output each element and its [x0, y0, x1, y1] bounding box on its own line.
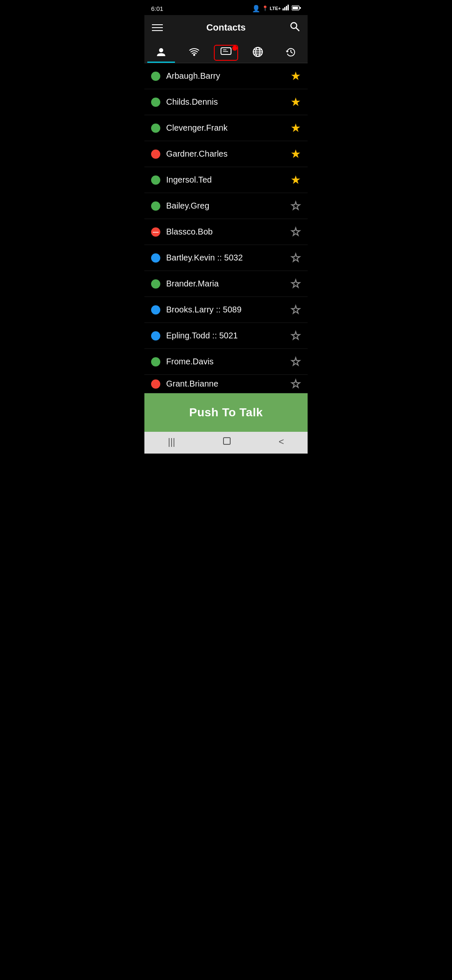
- svg-rect-5: [293, 7, 298, 9]
- tab-globe[interactable]: [244, 43, 272, 62]
- search-button[interactable]: [289, 21, 300, 34]
- svg-rect-1: [284, 7, 285, 10]
- star-button[interactable]: ★: [290, 147, 301, 161]
- star-button[interactable]: ☆: [290, 303, 301, 317]
- nav-home[interactable]: [222, 436, 231, 448]
- star-button[interactable]: ☆: [290, 199, 301, 213]
- list-item[interactable]: Blassco.Bob ☆: [144, 219, 308, 245]
- list-item[interactable]: Arbaugh.Barry ★: [144, 63, 308, 89]
- list-item[interactable]: Frome.Davis ☆: [144, 349, 308, 375]
- star-button[interactable]: ★: [290, 121, 301, 135]
- svg-point-7: [291, 23, 297, 28]
- contact-name: Brooks.Larry :: 5089: [166, 305, 290, 315]
- svg-rect-0: [282, 8, 284, 10]
- list-item[interactable]: Ingersol.Ted ★: [144, 167, 308, 193]
- globe-icon: [252, 46, 263, 59]
- contact-name: Arbaugh.Barry: [166, 71, 290, 81]
- contact-name: Clevenger.Frank: [166, 123, 290, 133]
- star-button[interactable]: ☆: [290, 277, 301, 291]
- list-item[interactable]: Brander.Maria ☆: [144, 271, 308, 297]
- push-to-talk-label: Push To Talk: [189, 406, 263, 419]
- status-indicator: [151, 150, 160, 159]
- contact-name: Epling.Todd :: 5021: [166, 331, 290, 340]
- location-icon: 📍: [262, 5, 268, 11]
- svg-rect-6: [300, 7, 301, 9]
- tab-chat[interactable]: [214, 45, 238, 61]
- status-time: 6:01: [151, 5, 163, 12]
- status-indicator: [151, 305, 160, 315]
- list-item[interactable]: Bartley.Kevin :: 5032 ☆: [144, 245, 308, 271]
- status-indicator: [151, 253, 160, 263]
- contact-list: Arbaugh.Barry ★ Childs.Dennis ★ Clevenge…: [144, 63, 308, 393]
- list-item[interactable]: Brooks.Larry :: 5089 ☆: [144, 297, 308, 323]
- nav-back[interactable]: <: [279, 436, 284, 447]
- status-bar: 6:01 👤 📍 LTE+: [144, 0, 308, 15]
- list-item[interactable]: Clevenger.Frank ★: [144, 115, 308, 141]
- person-status-icon: 👤: [252, 5, 260, 13]
- lte-icon: LTE+: [270, 6, 281, 11]
- status-indicator: [151, 124, 160, 133]
- contact-name: Grant.Brianne: [166, 379, 290, 389]
- svg-rect-3: [288, 5, 289, 10]
- contact-name: Brander.Maria: [166, 279, 290, 289]
- nav-bar: ||| <: [144, 432, 308, 454]
- signal-icon: [282, 5, 290, 12]
- status-indicator: [151, 201, 160, 211]
- svg-point-9: [159, 48, 163, 52]
- list-item[interactable]: Epling.Todd :: 5021 ☆: [144, 323, 308, 349]
- tab-bar: [144, 40, 308, 63]
- status-indicator: [151, 72, 160, 81]
- status-indicator: [151, 331, 160, 340]
- menu-button[interactable]: [152, 24, 163, 31]
- contact-name: Gardner.Charles: [166, 149, 290, 159]
- contact-name: Ingersol.Ted: [166, 175, 290, 185]
- svg-rect-2: [286, 6, 287, 10]
- page-title: Contacts: [206, 22, 246, 33]
- list-item[interactable]: Gardner.Charles ★: [144, 141, 308, 167]
- contact-name: Blassco.Bob: [166, 227, 290, 237]
- list-item[interactable]: Bailey.Greg ☆: [144, 193, 308, 219]
- contact-name: Bartley.Kevin :: 5032: [166, 253, 290, 263]
- push-to-talk-button[interactable]: Push To Talk: [144, 393, 308, 432]
- nav-recent-apps[interactable]: |||: [168, 436, 175, 447]
- status-indicator: [151, 379, 160, 389]
- wifi-icon: [189, 46, 200, 59]
- star-button[interactable]: ☆: [290, 329, 301, 343]
- svg-rect-19: [223, 438, 230, 444]
- chat-icon: [221, 47, 231, 58]
- tab-radio[interactable]: [180, 43, 208, 63]
- star-button[interactable]: ★: [290, 173, 301, 187]
- status-indicator: [151, 98, 160, 107]
- star-button[interactable]: ☆: [290, 377, 301, 391]
- status-indicator: [151, 357, 160, 366]
- contact-name: Bailey.Greg: [166, 201, 290, 211]
- history-icon: [285, 46, 296, 59]
- svg-rect-11: [221, 48, 231, 54]
- star-button[interactable]: ★: [290, 95, 301, 109]
- header: Contacts: [144, 15, 308, 40]
- list-item[interactable]: Grant.Brianne ☆: [144, 375, 308, 393]
- person-icon: [156, 46, 167, 59]
- star-button[interactable]: ☆: [290, 355, 301, 369]
- chat-badge: [232, 46, 237, 51]
- svg-line-8: [296, 28, 300, 31]
- list-item[interactable]: Childs.Dennis ★: [144, 89, 308, 115]
- status-indicator: [151, 279, 160, 289]
- status-icons: 👤 📍 LTE+: [252, 5, 301, 13]
- status-indicator: [151, 227, 160, 237]
- battery-icon: [292, 5, 301, 12]
- star-button[interactable]: ★: [290, 69, 301, 83]
- contact-name: Frome.Davis: [166, 357, 290, 366]
- svg-point-10: [194, 54, 195, 56]
- contact-name: Childs.Dennis: [166, 97, 290, 107]
- tab-contacts[interactable]: [147, 43, 175, 62]
- star-button[interactable]: ☆: [290, 225, 301, 239]
- tab-history[interactable]: [277, 43, 305, 62]
- star-button[interactable]: ☆: [290, 251, 301, 265]
- status-indicator: [151, 175, 160, 185]
